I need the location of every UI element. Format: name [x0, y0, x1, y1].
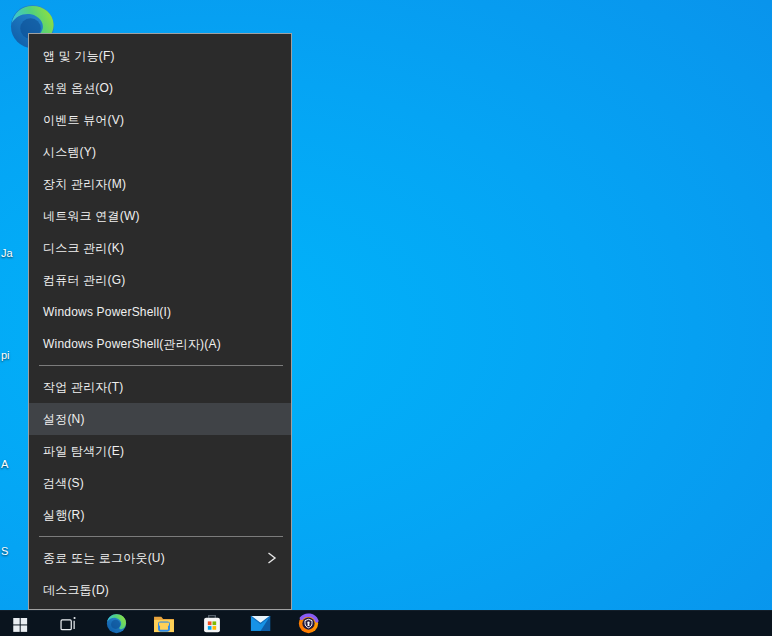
- menu-item-disk-management[interactable]: 디스크 관리(K): [29, 232, 291, 264]
- menu-item-desktop[interactable]: 데스크톱(D): [29, 574, 291, 606]
- menu-item-settings[interactable]: 설정(N): [29, 403, 291, 435]
- menu-item-search[interactable]: 검색(S): [29, 467, 291, 499]
- winx-menu: 앱 및 기능(F)전원 옵션(O)이벤트 뷰어(V)시스템(Y)장치 관리자(M…: [28, 33, 292, 610]
- task-view-icon: [58, 615, 78, 633]
- taskbar: [0, 610, 772, 636]
- file-explorer-taskbar-button[interactable]: [144, 611, 184, 636]
- menu-item-label: Windows PowerShell(관리자)(A): [43, 336, 221, 353]
- menu-separator: [39, 536, 283, 537]
- menu-item-label: Windows PowerShell(I): [43, 305, 171, 319]
- microsoft-store-icon: [202, 613, 222, 634]
- menu-item-label: 시스템(Y): [43, 144, 96, 161]
- menu-item-label: 컴퓨터 관리(G): [43, 272, 125, 289]
- menu-item-label: 디스크 관리(K): [43, 240, 124, 257]
- menu-item-label: 이벤트 뷰어(V): [43, 112, 124, 129]
- menu-item-power-options[interactable]: 전원 옵션(O): [29, 72, 291, 104]
- menu-item-file-explorer[interactable]: 파일 탐색기(E): [29, 435, 291, 467]
- menu-item-label: 앱 및 기능(F): [43, 48, 115, 65]
- microsoft-store-taskbar-button[interactable]: [192, 611, 232, 636]
- task-view-button[interactable]: [48, 611, 88, 636]
- menu-item-label: 파일 탐색기(E): [43, 443, 124, 460]
- avast-browser-taskbar-button[interactable]: [288, 611, 328, 636]
- menu-item-network-connections[interactable]: 네트워크 연결(W): [29, 200, 291, 232]
- mail-icon: [250, 615, 271, 632]
- menu-item-label: 전원 옵션(O): [43, 80, 113, 97]
- edge-icon: [106, 613, 127, 634]
- mail-taskbar-button[interactable]: [240, 611, 280, 636]
- chevron-right-icon: [266, 551, 277, 565]
- menu-item-label: 실행(R): [43, 507, 85, 524]
- desktop-icon-label-fragment: S: [1, 545, 8, 557]
- menu-item-apps-and-features[interactable]: 앱 및 기능(F): [29, 40, 291, 72]
- desktop-icon-label-fragment: A: [1, 458, 8, 470]
- start-icon: [11, 615, 29, 633]
- edge-taskbar-button[interactable]: [96, 611, 136, 636]
- menu-item-label: 작업 관리자(T): [43, 379, 123, 396]
- start-button[interactable]: [0, 611, 40, 636]
- menu-item-label: 장치 관리자(M): [43, 176, 126, 193]
- menu-item-label: 검색(S): [43, 475, 84, 492]
- desktop-icon-label-fragment: pi: [1, 349, 10, 361]
- menu-item-run[interactable]: 실행(R): [29, 499, 291, 531]
- menu-item-windows-powershell[interactable]: Windows PowerShell(I): [29, 296, 291, 328]
- menu-item-computer-management[interactable]: 컴퓨터 관리(G): [29, 264, 291, 296]
- menu-item-event-viewer[interactable]: 이벤트 뷰어(V): [29, 104, 291, 136]
- menu-item-device-manager[interactable]: 장치 관리자(M): [29, 168, 291, 200]
- file-explorer-icon: [153, 614, 175, 633]
- menu-item-shutdown-or-signout[interactable]: 종료 또는 로그아웃(U): [29, 542, 291, 574]
- menu-item-windows-powershell-admin[interactable]: Windows PowerShell(관리자)(A): [29, 328, 291, 360]
- desktop-icon-label-fragment: Ja: [1, 247, 13, 259]
- menu-separator: [39, 365, 283, 366]
- menu-item-task-manager[interactable]: 작업 관리자(T): [29, 371, 291, 403]
- menu-item-system[interactable]: 시스템(Y): [29, 136, 291, 168]
- menu-item-label: 데스크톱(D): [43, 582, 109, 599]
- menu-item-label: 네트워크 연결(W): [43, 208, 140, 225]
- menu-item-label: 종료 또는 로그아웃(U): [43, 550, 165, 567]
- avast-secure-browser-icon: [298, 613, 319, 634]
- menu-item-label: 설정(N): [43, 411, 85, 428]
